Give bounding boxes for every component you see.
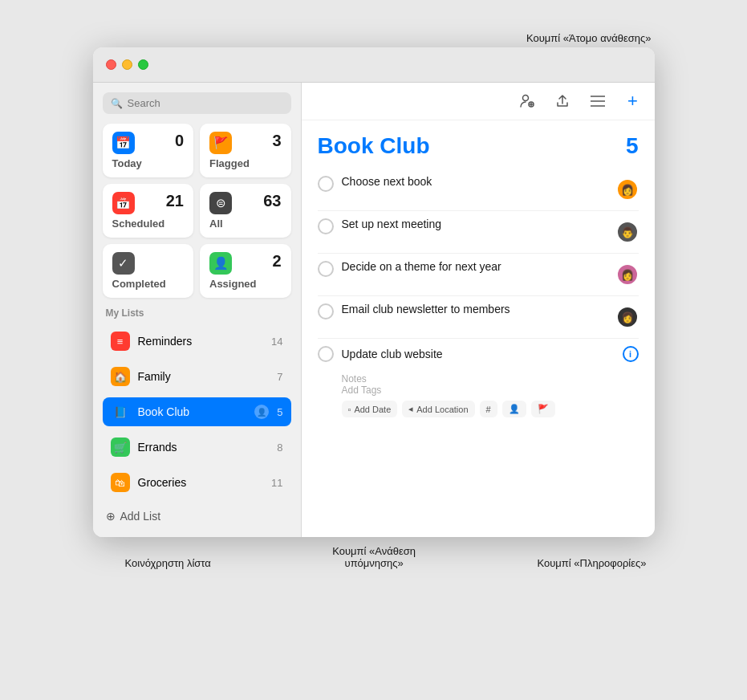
flagged-icon: 🚩 <box>209 132 232 154</box>
avatar: 👩 <box>616 263 639 286</box>
main-area: 🔍 📅 0 Today 🚩 3 Flagged <box>93 83 655 537</box>
smart-list-scheduled[interactable]: 📅 21 Scheduled <box>103 184 194 238</box>
family-icon: 🏠 <box>111 367 130 386</box>
groceries-count: 11 <box>271 477 282 489</box>
task-name: Set up next meeting <box>342 218 608 230</box>
smart-list-all[interactable]: ⊜ 63 All <box>200 184 291 238</box>
title-bar <box>93 47 655 83</box>
completed-label: Completed <box>112 278 185 290</box>
sidebar-item-bookclub[interactable]: 📘 Book Club 👤 5 <box>103 397 291 426</box>
task-content: Email club newsletter to members <box>342 303 608 315</box>
assign-reminder-button[interactable]: 👤 <box>502 401 526 417</box>
task-checkbox[interactable] <box>318 176 334 192</box>
task-tags-placeholder: Add Tags <box>342 385 555 396</box>
search-bar[interactable]: 🔍 <box>103 92 291 114</box>
smart-lists-grid: 📅 0 Today 🚩 3 Flagged 📅 21 <box>103 124 291 298</box>
maximize-button[interactable] <box>138 59 148 70</box>
task-checkbox[interactable] <box>318 261 334 277</box>
avatar: 👨 <box>616 221 639 243</box>
avatar: 👩 <box>616 178 639 201</box>
my-lists-section-label: My Lists <box>103 304 291 320</box>
today-count: 0 <box>175 132 184 150</box>
assigned-count: 2 <box>272 252 281 271</box>
errands-icon: 🛒 <box>111 438 130 457</box>
sidebar: 🔍 📅 0 Today 🚩 3 Flagged <box>93 83 302 537</box>
task-checkbox[interactable] <box>318 303 334 319</box>
task-list: Choose next book 👩 Set up next meeting 👨 <box>318 169 639 424</box>
list-title: Book Club <box>318 133 430 159</box>
completed-icon: ✓ <box>112 252 135 275</box>
task-item[interactable]: Choose next book 👩 <box>318 169 639 211</box>
close-button[interactable] <box>106 59 116 70</box>
callout-left: Κοινόχρηστη λίστα <box>93 557 211 569</box>
sidebar-item-family[interactable]: 🏠 Family 7 <box>103 362 291 391</box>
reminders-label: Reminders <box>138 335 264 348</box>
task-meta: ▫ Add Date ◂ Add Location # <box>342 401 555 417</box>
task-item[interactable]: Set up next meeting 👨 <box>318 211 639 254</box>
task-name: Update club website <box>342 348 615 360</box>
scheduled-icon: 📅 <box>112 192 135 214</box>
smart-list-today[interactable]: 📅 0 Today <box>103 124 194 177</box>
add-location-button[interactable]: ◂ Add Location <box>402 401 474 417</box>
task-notes-placeholder: Notes <box>342 373 555 385</box>
flagged-count: 3 <box>272 132 281 150</box>
list-view-button[interactable] <box>586 89 610 113</box>
shared-badge: 👤 <box>254 405 269 419</box>
scheduled-label: Scheduled <box>112 218 185 230</box>
app-window: 🔍 📅 0 Today 🚩 3 Flagged <box>93 47 655 537</box>
traffic-lights <box>106 59 148 70</box>
bookclub-icon: 📘 <box>111 402 130 421</box>
reminders-count: 14 <box>271 336 282 348</box>
task-item-expanded[interactable]: Update club website i Notes Add Tags ▫ A… <box>318 339 639 424</box>
svg-point-0 <box>522 96 528 101</box>
flag-task-button[interactable]: 🚩 <box>531 401 555 417</box>
task-item[interactable]: Decide on a theme for next year 👩 <box>318 254 639 296</box>
task-name: Email club newsletter to members <box>342 303 608 315</box>
smart-list-flagged[interactable]: 🚩 3 Flagged <box>200 124 291 177</box>
detail-content: Book Club 5 Choose next book 👩 <box>302 120 655 537</box>
all-icon: ⊜ <box>209 192 232 214</box>
task-item[interactable]: Email club newsletter to members 👩 <box>318 296 639 339</box>
info-button[interactable]: i <box>623 346 639 362</box>
scheduled-count: 21 <box>166 192 184 210</box>
add-reminder-button[interactable]: + <box>621 89 645 113</box>
add-tag-button[interactable]: # <box>480 401 497 417</box>
groceries-label: Groceries <box>138 476 264 489</box>
task-checkbox[interactable] <box>318 346 334 362</box>
share-button[interactable] <box>550 89 574 113</box>
task-content: Decide on a theme for next year <box>342 260 608 273</box>
calendar-icon: ▫ <box>348 405 351 414</box>
errands-count: 8 <box>277 442 282 454</box>
list-title-row: Book Club 5 <box>318 133 639 159</box>
sidebar-item-groceries[interactable]: 🛍 Groceries 11 <box>103 468 291 497</box>
task-checkbox[interactable] <box>318 218 334 234</box>
assigned-icon: 👤 <box>209 252 232 275</box>
smart-list-completed[interactable]: ✓ Completed <box>103 244 194 298</box>
top-annotation: Κουμπί «Άτομο ανάθεσης» <box>93 32 655 44</box>
sidebar-item-reminders[interactable]: ≡ Reminders 14 <box>103 327 291 356</box>
reminders-icon: ≡ <box>111 332 130 351</box>
assign-person-button[interactable] <box>515 89 539 113</box>
today-icon: 📅 <box>112 132 135 154</box>
task-content: Update club website <box>342 348 615 360</box>
search-input[interactable] <box>128 97 283 109</box>
add-list-label: Add List <box>120 510 161 523</box>
callout-center: Κουμπί «Ανάθεση υπόμνησης» <box>332 545 416 569</box>
add-date-button[interactable]: ▫ Add Date <box>342 401 398 417</box>
avatar: 👩 <box>616 306 639 328</box>
sidebar-item-errands[interactable]: 🛒 Errands 8 <box>103 433 291 462</box>
flagged-label: Flagged <box>209 157 282 169</box>
smart-list-assigned[interactable]: 👤 2 Assigned <box>200 244 291 298</box>
today-label: Today <box>112 157 185 169</box>
callout-wrapper: Κοινόχρηστη λίστα Κουμπί «Ανάθεση υπόμνη… <box>93 537 655 569</box>
groceries-icon: 🛍 <box>111 473 130 492</box>
detail-pane: + Book Club 5 Choose next book 👩 <box>302 83 655 537</box>
minimize-button[interactable] <box>122 59 132 70</box>
bookclub-count: 5 <box>277 406 282 418</box>
task-name: Choose next book <box>342 175 608 188</box>
assigned-label: Assigned <box>209 278 282 290</box>
family-count: 7 <box>277 371 282 383</box>
list-count-badge: 5 <box>626 133 639 159</box>
add-list-icon: ⊕ <box>106 510 116 523</box>
add-list-button[interactable]: ⊕ Add List <box>103 505 291 527</box>
